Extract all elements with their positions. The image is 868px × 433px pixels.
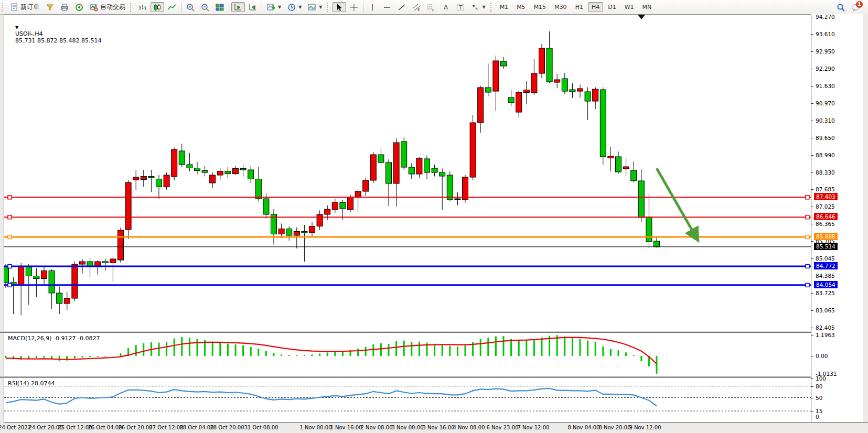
funnel-button[interactable] — [43, 2, 57, 12]
candle-body — [546, 48, 552, 82]
chevron-down-icon: ▼ — [298, 5, 302, 9]
tab-timeframe-w1[interactable]: W1 — [621, 2, 638, 12]
line-handle[interactable] — [806, 196, 809, 199]
time-tick-label: 3 Nov 16:00 — [422, 425, 454, 430]
line-handle[interactable] — [806, 235, 809, 239]
trendline-tool-button[interactable] — [395, 2, 409, 12]
candle-body — [577, 89, 583, 91]
toolbar-grip[interactable] — [490, 3, 494, 12]
axis-tick — [811, 276, 813, 276]
time-axis[interactable]: 24 Oct 202224 Oct 20:0025 Oct 12:0026 Oc… — [4, 422, 868, 433]
line-handle[interactable] — [806, 264, 809, 268]
toolbar-grip[interactable] — [327, 3, 330, 12]
tab-timeframe-m30[interactable]: M30 — [551, 2, 571, 12]
candle-body — [4, 267, 9, 283]
price-tick-label: 91.630 — [816, 83, 835, 89]
text-tool-button[interactable]: A — [439, 2, 453, 12]
candle-body — [585, 92, 591, 101]
line-handle[interactable] — [8, 264, 12, 268]
collapse-arrow-icon[interactable]: ▼ — [15, 25, 18, 30]
candle-body — [263, 199, 269, 214]
channel-tool-button[interactable]: E — [410, 2, 423, 12]
macd-tick-label: 1.1963 — [816, 332, 835, 338]
line-handle[interactable] — [8, 215, 12, 219]
candle-body — [363, 180, 369, 191]
equidistant-channel-icon: E — [412, 3, 421, 12]
macd-chart[interactable] — [4, 333, 811, 376]
toolbar-grip[interactable] — [130, 3, 134, 12]
printer-icon — [60, 3, 69, 12]
tile-windows-button[interactable] — [213, 2, 227, 12]
level-price-badge: 85.888 — [814, 233, 838, 240]
new-order-button[interactable]: 新订单 — [7, 2, 42, 12]
zoom-in-button[interactable] — [184, 2, 197, 12]
candle-body — [172, 149, 177, 177]
line-chart-mode-button[interactable] — [165, 2, 179, 12]
axis-tick — [811, 417, 813, 417]
price-tick-label: 89.650 — [816, 135, 835, 141]
line-handle[interactable] — [8, 196, 12, 199]
tab-timeframe-m1[interactable]: M1 — [496, 2, 512, 12]
zoom-out-button[interactable] — [198, 2, 212, 12]
candle-body — [64, 298, 70, 304]
svg-text:F: F — [432, 8, 434, 12]
candle-body — [646, 217, 652, 242]
line-handle[interactable] — [8, 283, 12, 287]
macd-tick-label: 0.00 — [816, 353, 828, 359]
tab-timeframe-h4[interactable]: H4 — [588, 2, 603, 12]
time-tick-label: 1 Nov 16:00 — [330, 425, 362, 430]
candle-body — [302, 232, 307, 233]
candle-body — [401, 142, 407, 167]
rsi-tick-label: 100 — [816, 375, 826, 382]
tab-timeframe-m15[interactable]: M15 — [530, 2, 550, 12]
bar-chart-mode-button[interactable] — [136, 2, 149, 12]
rsi-panel[interactable]: RSI(14) 28.0744 — [4, 378, 811, 422]
rsi-chart[interactable] — [4, 378, 811, 422]
candlestick-mode-button[interactable] — [151, 2, 164, 12]
autotrade-button[interactable]: 自动交易 — [87, 2, 128, 12]
line-chart-icon — [168, 3, 176, 12]
candle-body — [210, 175, 216, 183]
crosshair-tool-button[interactable] — [347, 2, 361, 12]
down-trend-arrow[interactable] — [657, 168, 698, 241]
periods-button[interactable]: ▼ — [285, 2, 304, 12]
tile-windows-icon — [216, 3, 224, 12]
arrows-tool-button[interactable]: ▼ — [468, 2, 488, 12]
fibonacci-tool-button[interactable]: F — [424, 2, 438, 12]
line-handle[interactable] — [806, 215, 809, 219]
fibonacci-icon: F — [427, 3, 435, 12]
price-axis[interactable]: 94.27093.61092.95092.29091.63090.97090.3… — [811, 14, 863, 422]
toolbar-grip[interactable] — [2, 3, 5, 12]
level-price-badge: 84.772 — [814, 262, 838, 269]
print-button[interactable] — [58, 2, 71, 12]
price-tick-label: 88.330 — [816, 169, 835, 176]
axis-tick — [811, 155, 813, 156]
macd-panel[interactable]: MACD(12,26,9) -0.9127 -0.0827 — [4, 333, 811, 376]
tab-timeframe-m5[interactable]: M5 — [513, 2, 529, 12]
search-button[interactable] — [834, 2, 848, 12]
templates-button[interactable]: ▼ — [305, 2, 325, 12]
tab-timeframe-d1[interactable]: D1 — [604, 2, 619, 12]
indicators-button[interactable]: ▼ — [264, 2, 284, 12]
notifications-button[interactable]: 1 — [849, 2, 862, 12]
line-handle[interactable] — [8, 235, 12, 239]
level-price-badge: 84.054 — [814, 281, 838, 288]
cursor-tool-button[interactable] — [333, 2, 346, 12]
time-tick-label: 28 Oct 20:00 — [210, 425, 244, 430]
object-marker-icon[interactable] — [638, 15, 645, 19]
broadcast-button[interactable] — [72, 2, 86, 12]
candlestick-chart[interactable] — [4, 15, 811, 331]
auto-scroll-button[interactable] — [231, 2, 245, 12]
rsi-tick-label: 80 — [816, 383, 822, 389]
tab-timeframe-h1[interactable]: H1 — [572, 2, 587, 12]
horizontal-line-tool-button[interactable] — [380, 2, 394, 12]
price-chart-panel[interactable]: ▼ USOil-,H4 85.731 85.872 85.482 85.514 — [4, 14, 811, 331]
text-label-tool-button[interactable]: T — [454, 2, 467, 12]
line-handle[interactable] — [806, 283, 809, 287]
chart-shift-button[interactable] — [246, 2, 260, 12]
autotrade-icon — [90, 3, 98, 12]
axis-tick — [811, 293, 813, 294]
notification-badge: 1 — [856, 1, 863, 8]
vertical-line-tool-button[interactable] — [366, 2, 379, 12]
tab-timeframe-mn[interactable]: MN — [639, 2, 656, 12]
